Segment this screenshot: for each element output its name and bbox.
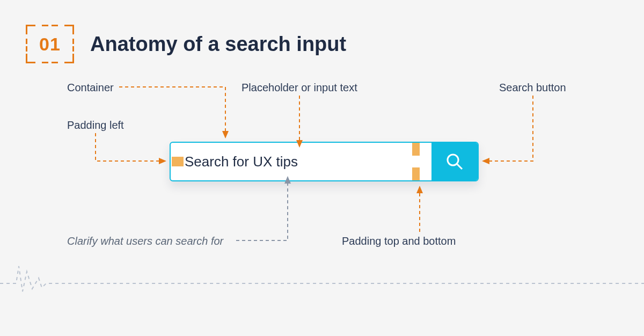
decorative-waveform [0, 262, 644, 294]
page-title: Anatomy of a search input [90, 33, 346, 56]
label-padding-left: Padding left [67, 119, 124, 132]
search-icon [444, 151, 465, 172]
padding-left-highlight [172, 157, 184, 166]
svg-line-1 [457, 164, 462, 169]
svg-point-0 [448, 155, 458, 165]
search-input[interactable]: Search for UX tips [184, 154, 412, 170]
label-placeholder: Placeholder or input text [241, 82, 357, 94]
search-button[interactable] [431, 143, 478, 180]
label-clarify-hint: Clarify what users can search for [67, 235, 223, 247]
label-container: Container [67, 82, 114, 94]
header: 01 Anatomy of a search input [26, 25, 346, 63]
label-search-button: Search button [499, 82, 566, 94]
padding-vertical-highlight [412, 143, 423, 180]
search-container: Search for UX tips [170, 142, 479, 181]
section-number-frame: 01 [26, 25, 74, 63]
label-padding-top-bottom: Padding top and bottom [342, 235, 456, 247]
section-number: 01 [39, 34, 61, 55]
